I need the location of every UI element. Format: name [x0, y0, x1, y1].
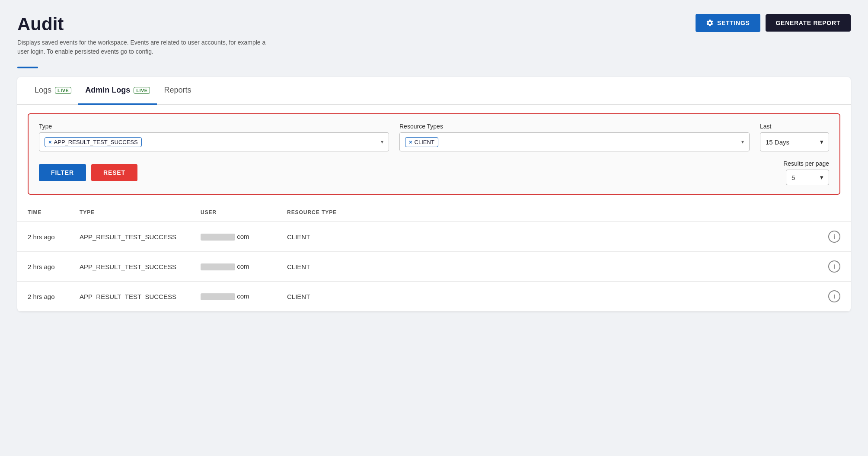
type-select[interactable]: × APP_RESULT_TEST_SUCCESS ▾: [39, 132, 389, 151]
results-select-value: 5: [791, 174, 795, 181]
row2-user-suffix: com: [237, 263, 249, 270]
row2-user: com: [190, 252, 277, 282]
row2-resource-type: CLIENT: [277, 252, 818, 282]
row3-info: i: [818, 282, 851, 311]
row3-user-suffix: com: [237, 292, 249, 300]
table-body: 2 hrs ago APP_RESULT_TEST_SUCCESS com CL…: [17, 222, 851, 311]
col-user: USER: [190, 203, 277, 222]
resource-chip: × CLIENT: [405, 137, 438, 147]
row1-type: APP_RESULT_TEST_SUCCESS: [69, 222, 190, 252]
tab-admin-logs[interactable]: Admin Logs LIVE: [78, 77, 157, 105]
table-row: 2 hrs ago APP_RESULT_TEST_SUCCESS com CL…: [17, 282, 851, 311]
col-resource-type: RESOURCE TYPE: [277, 203, 818, 222]
tabs-bar: Logs LIVE Admin Logs LIVE Reports: [17, 77, 851, 105]
page-title: Audit: [17, 14, 277, 35]
col-time: TIME: [17, 203, 69, 222]
resource-field: Resource Types × CLIENT ▾: [399, 123, 750, 151]
filter-actions-row: FILTER RESET Results per page 5 ▾: [39, 160, 829, 185]
row3-user: com: [190, 282, 277, 311]
row2-time: 2 hrs ago: [17, 252, 69, 282]
row1-user: com: [190, 222, 277, 252]
col-actions: [818, 203, 851, 222]
gear-icon: [706, 19, 714, 27]
tab-admin-logs-live-badge: LIVE: [134, 87, 150, 94]
filter-row-top: Type × APP_RESULT_TEST_SUCCESS ▾ Resourc: [39, 123, 829, 151]
tab-logs-label: Logs: [35, 86, 51, 95]
table-row: 2 hrs ago APP_RESULT_TEST_SUCCESS com CL…: [17, 222, 851, 252]
table-row: 2 hrs ago APP_RESULT_TEST_SUCCESS com CL…: [17, 252, 851, 282]
row2-type: APP_RESULT_TEST_SUCCESS: [69, 252, 190, 282]
page-container: Audit Displays saved events for the work…: [17, 14, 851, 311]
filter-panel: Type × APP_RESULT_TEST_SUCCESS ▾ Resourc: [28, 113, 840, 195]
results-chevron-icon: ▾: [820, 173, 823, 181]
row1-time: 2 hrs ago: [17, 222, 69, 252]
page-header: Audit Displays saved events for the work…: [17, 14, 851, 56]
row1-info-icon[interactable]: i: [828, 231, 840, 243]
last-select[interactable]: 15 Days ▾: [760, 132, 829, 151]
filter-button[interactable]: FILTER: [39, 164, 86, 181]
type-chip-value: APP_RESULT_TEST_SUCCESS: [54, 139, 138, 145]
audit-table: TIME TYPE USER RESOURCE TYPE 2 hrs ago A…: [17, 203, 851, 311]
row2-user-blur: [201, 263, 235, 270]
row1-resource-type: CLIENT: [277, 222, 818, 252]
results-per-page-label: Results per page: [783, 160, 829, 167]
type-label: Type: [39, 123, 389, 130]
row3-resource-type: CLIENT: [277, 282, 818, 311]
row2-info: i: [818, 252, 851, 282]
col-type: TYPE: [69, 203, 190, 222]
resource-chip-value: CLIENT: [415, 139, 434, 145]
row1-user-blur: [201, 234, 235, 241]
row3-user-blur: [201, 293, 235, 300]
resource-select[interactable]: × CLIENT ▾: [399, 132, 750, 151]
resource-chevron-icon: ▾: [741, 139, 744, 145]
settings-label: SETTINGS: [717, 19, 750, 26]
last-chevron-icon: ▾: [820, 138, 823, 146]
header-buttons: SETTINGS GENERATE REPORT: [696, 14, 851, 32]
reset-button[interactable]: RESET: [91, 164, 137, 181]
tab-reports-label: Reports: [164, 86, 191, 95]
tab-admin-logs-label: Admin Logs: [85, 86, 130, 95]
row1-user-suffix: com: [237, 233, 249, 240]
filter-buttons: FILTER RESET: [39, 164, 137, 181]
table-header: TIME TYPE USER RESOURCE TYPE: [17, 203, 851, 222]
results-per-page: Results per page 5 ▾: [783, 160, 829, 185]
generate-report-button[interactable]: GENERATE REPORT: [766, 14, 851, 32]
type-chevron-icon: ▾: [381, 139, 383, 145]
type-field: Type × APP_RESULT_TEST_SUCCESS ▾: [39, 123, 389, 151]
row1-info: i: [818, 222, 851, 252]
last-field: Last 15 Days ▾: [760, 123, 829, 151]
resource-label: Resource Types: [399, 123, 750, 130]
tab-reports[interactable]: Reports: [157, 77, 198, 105]
tab-logs[interactable]: Logs LIVE: [28, 77, 78, 105]
type-chip: × APP_RESULT_TEST_SUCCESS: [45, 137, 142, 147]
main-card: Logs LIVE Admin Logs LIVE Reports Type: [17, 77, 851, 311]
results-select[interactable]: 5 ▾: [786, 170, 829, 185]
type-chip-remove[interactable]: ×: [48, 139, 52, 145]
resource-chip-remove[interactable]: ×: [409, 139, 412, 145]
tab-logs-live-badge: LIVE: [55, 87, 71, 94]
accent-bar: [17, 67, 38, 68]
row2-info-icon[interactable]: i: [828, 260, 840, 273]
row3-info-icon[interactable]: i: [828, 290, 840, 302]
title-section: Audit Displays saved events for the work…: [17, 14, 277, 56]
type-select-inner: × APP_RESULT_TEST_SUCCESS: [45, 137, 377, 147]
page-subtitle: Displays saved events for the workspace.…: [17, 38, 277, 56]
last-label: Last: [760, 123, 829, 130]
settings-button[interactable]: SETTINGS: [696, 14, 760, 32]
table-header-row: TIME TYPE USER RESOURCE TYPE: [17, 203, 851, 222]
resource-select-inner: × CLIENT: [405, 137, 738, 147]
row3-type: APP_RESULT_TEST_SUCCESS: [69, 282, 190, 311]
last-select-value: 15 Days: [766, 138, 789, 146]
row3-time: 2 hrs ago: [17, 282, 69, 311]
